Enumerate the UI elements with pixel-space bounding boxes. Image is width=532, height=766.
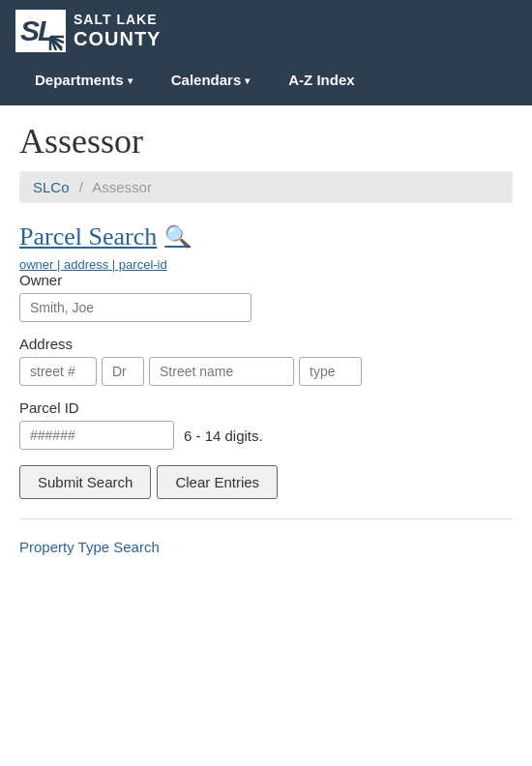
- logo-sl-icon: SL: [15, 10, 66, 52]
- street-direction-input[interactable]: [102, 357, 144, 386]
- street-type-input[interactable]: [299, 357, 362, 386]
- breadcrumb-slco-link[interactable]: SLCo: [33, 179, 70, 195]
- submit-search-button[interactable]: Submit Search: [19, 465, 151, 499]
- parcel-id-label: Parcel ID: [19, 399, 513, 416]
- page-content: Assessor SLCo / Assessor Parcel Search 🔍…: [0, 105, 532, 582]
- address-field-group: Address: [19, 336, 513, 386]
- breadcrumb-separator: /: [79, 179, 83, 195]
- search-icon: 🔍: [164, 224, 191, 250]
- chevron-down-icon: ▾: [128, 75, 133, 86]
- street-number-input[interactable]: [19, 357, 97, 386]
- page-title: Assessor: [19, 121, 513, 162]
- parcel-id-input[interactable]: [19, 421, 174, 450]
- owner-label: Owner: [19, 272, 513, 288]
- logo-box: SL SALT LAKE COUNTY: [15, 10, 161, 52]
- search-subtitle-link[interactable]: owner | address | parcel-id: [19, 257, 167, 272]
- site-header: SL SALT LAKE COUNTY: [0, 0, 532, 62]
- breadcrumb-current: Assessor: [92, 179, 152, 195]
- nav-az-index[interactable]: A-Z Index: [269, 66, 373, 96]
- parcel-hint: 6 - 14 digits.: [184, 427, 263, 444]
- parcel-row: 6 - 14 digits.: [19, 421, 513, 450]
- parcel-search-title[interactable]: Parcel Search 🔍: [19, 222, 513, 251]
- site-nav: Departments ▾ Calendars ▾ A-Z Index: [0, 62, 532, 105]
- nav-calendars[interactable]: Calendars ▾: [152, 66, 270, 96]
- street-name-input[interactable]: [149, 357, 294, 386]
- parcel-id-field-group: Parcel ID 6 - 14 digits.: [19, 399, 513, 450]
- button-row: Submit Search Clear Entries: [19, 465, 513, 499]
- nav-departments[interactable]: Departments ▾: [15, 66, 152, 96]
- owner-input[interactable]: [19, 293, 251, 322]
- section-divider: [19, 518, 513, 519]
- property-type-search-link[interactable]: Property Type Search: [19, 531, 513, 563]
- logo-text: SALT LAKE COUNTY: [74, 13, 161, 48]
- clear-entries-button[interactable]: Clear Entries: [157, 465, 278, 499]
- breadcrumb: SLCo / Assessor: [19, 171, 513, 203]
- owner-field-group: Owner: [19, 272, 513, 322]
- address-row: [19, 357, 513, 386]
- chevron-down-icon: ▾: [245, 75, 250, 86]
- search-section: Parcel Search 🔍 owner | address | parcel…: [19, 222, 513, 563]
- svg-text:SL: SL: [20, 15, 54, 46]
- address-label: Address: [19, 336, 513, 352]
